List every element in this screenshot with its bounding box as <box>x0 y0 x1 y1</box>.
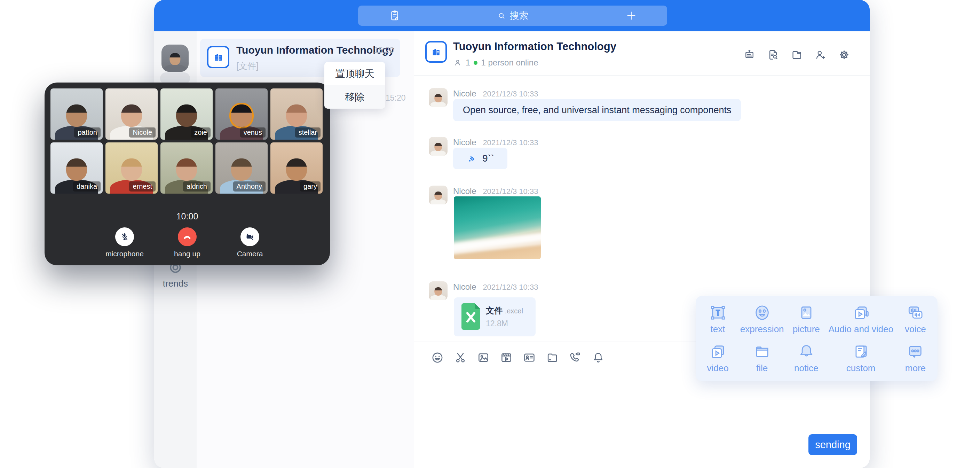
camera-toggle-button[interactable] <box>240 227 259 246</box>
sender-avatar[interactable] <box>429 281 447 300</box>
video-call-icon[interactable] <box>569 351 582 364</box>
camera-muted-icon <box>245 232 255 242</box>
chat-header: Tuoyun Information Technology 1 1 person… <box>414 31 870 75</box>
top-search-pill[interactable]: 搜索 <box>358 6 667 26</box>
emoji-icon[interactable] <box>431 351 444 364</box>
menu-item-remove[interactable]: 移除 <box>325 85 385 109</box>
panel-item-more[interactable]: more <box>905 343 926 374</box>
settings-gear-icon[interactable] <box>838 49 850 61</box>
participant-name-badge: gary <box>300 181 321 192</box>
panel-item-audio-video[interactable]: Audio and video <box>828 303 893 335</box>
camera-label: Camera <box>229 250 270 258</box>
custom-icon <box>852 343 870 361</box>
text-message-bubble[interactable]: Open source, free, and universal instant… <box>453 99 741 121</box>
panel-item-file[interactable]: file <box>753 343 771 374</box>
file-message-card[interactable]: 文件 .excel 12.8M <box>454 297 536 336</box>
call-participant-tile: zoie <box>161 88 213 140</box>
call-participant-tile: aldrich <box>161 142 213 193</box>
header-actions <box>743 49 850 61</box>
more-icon <box>906 343 924 361</box>
voice-message-bubble[interactable]: 9`` <box>453 148 508 169</box>
top-bar: 搜索 <box>154 0 870 31</box>
group-files-icon[interactable] <box>791 49 803 61</box>
participant-name-badge: danika <box>73 181 100 192</box>
notice-bell-icon <box>797 343 815 361</box>
participant-grid: patton Nicole zoie venus stellar danika … <box>51 88 323 193</box>
sender-name: Nicole <box>453 282 476 291</box>
call-timer: 10:00 <box>45 211 330 222</box>
member-icon <box>453 58 462 67</box>
call-participant-tile: Anthony <box>215 142 267 193</box>
building-icon <box>212 51 224 63</box>
panel-item-voice[interactable]: voice <box>905 303 926 335</box>
file-folder-icon[interactable] <box>546 351 559 364</box>
screenshot-stage: 搜索 trends <box>0 0 980 468</box>
announcement-icon[interactable] <box>743 49 756 61</box>
chat-status-row: 1 1 person online <box>453 58 538 67</box>
file-extension: .excel <box>505 307 523 315</box>
text-icon <box>709 303 727 322</box>
participant-name-badge: ernest <box>129 181 156 192</box>
message-time: 2021/12/3 10:33 <box>483 89 538 98</box>
expression-icon <box>753 303 771 322</box>
sender-avatar[interactable] <box>429 137 447 156</box>
participant-name-badge: Anthony <box>233 181 266 192</box>
panel-item-picture[interactable]: picture <box>793 303 820 335</box>
call-participant-tile: gary <box>270 142 323 193</box>
image-message-beach-photo[interactable] <box>454 196 541 259</box>
sender-avatar[interactable] <box>429 185 447 204</box>
participant-name-badge: Nicole <box>129 128 156 137</box>
mic-muted-icon <box>119 232 130 242</box>
group-avatar <box>207 46 229 68</box>
online-status: 1 person online <box>481 58 538 67</box>
trends-label: trends <box>154 278 197 289</box>
video-message-icon[interactable] <box>500 351 513 364</box>
participant-name-badge: aldrich <box>183 181 210 192</box>
message-text: Open source, free, and universal instant… <box>463 105 731 116</box>
contact-card-icon[interactable] <box>523 351 536 364</box>
picture-attach-icon <box>797 303 815 322</box>
video-attach-icon <box>709 343 727 361</box>
hang-up-icon <box>182 231 193 242</box>
chat-history-search-icon[interactable] <box>767 49 779 61</box>
video-call-overlay: patton Nicole zoie venus stellar danika … <box>45 83 330 265</box>
hang-up-button[interactable] <box>178 227 197 246</box>
microphone-label: microphone <box>104 250 145 258</box>
sender-avatar[interactable] <box>429 88 447 107</box>
excel-file-icon <box>461 303 480 330</box>
microphone-mute-button[interactable] <box>115 227 134 246</box>
conversation-time: 15:20 <box>374 46 394 55</box>
file-attach-icon <box>753 343 771 361</box>
participant-name-badge: patton <box>74 128 100 137</box>
voice-wave-icon <box>466 153 478 165</box>
file-size: 12.8M <box>486 319 508 328</box>
add-member-icon[interactable] <box>815 49 827 61</box>
send-button[interactable]: sending <box>808 434 857 455</box>
picture-icon[interactable] <box>477 351 490 364</box>
call-participant-tile: venus <box>215 88 267 140</box>
participant-name-badge: zoie <box>191 128 210 137</box>
panel-item-video[interactable]: video <box>707 343 729 374</box>
panel-item-expression[interactable]: expression <box>740 303 784 335</box>
chat-group-avatar <box>425 41 447 63</box>
conversation2-time: 15:20 <box>386 93 406 103</box>
panel-item-notice[interactable]: notice <box>794 343 818 374</box>
search-icon <box>497 11 506 21</box>
chat-title: Tuoyun Information Technology <box>453 40 616 53</box>
conversation-last-message: [文件] <box>236 60 259 72</box>
sender-name: Nicole <box>453 186 476 196</box>
participant-name-badge: stellar <box>295 128 321 137</box>
menu-item-pin-chat[interactable]: 置顶聊天 <box>325 62 385 85</box>
sender-name: Nicole <box>453 89 476 98</box>
add-plus-icon[interactable] <box>625 10 637 22</box>
message-time: 2021/12/3 10:33 <box>483 138 538 147</box>
search-field[interactable]: 搜索 <box>358 6 667 26</box>
panel-item-custom[interactable]: custom <box>846 343 876 374</box>
screenshot-scissors-icon[interactable] <box>454 351 467 364</box>
notification-bell-icon[interactable] <box>592 351 605 364</box>
panel-item-text[interactable]: text <box>709 303 727 335</box>
current-user-avatar[interactable] <box>161 45 189 72</box>
voice-attach-icon <box>906 303 924 322</box>
voice-duration: 9`` <box>482 153 494 164</box>
conversation-title: Tuoyun Information Technology <box>236 44 394 56</box>
